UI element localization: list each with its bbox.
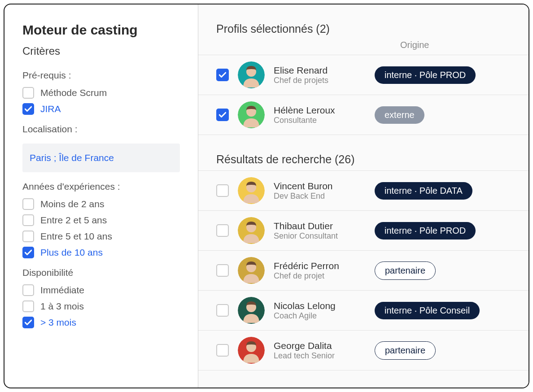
person-name: Thibaut Dutier: [274, 221, 366, 231]
location-label: Localisation :: [22, 124, 180, 135]
filter-option[interactable]: Entre 5 et 10 ans: [22, 231, 180, 242]
origin-column-header: Origine: [216, 40, 511, 55]
avatar: [238, 61, 265, 88]
filter-option-label: > 3 mois: [40, 317, 76, 328]
selected-header: Profils sélectionnés (2) Origine: [198, 22, 529, 55]
select-checkbox[interactable]: [216, 69, 229, 81]
origin-badge: partenaire: [375, 341, 436, 360]
person-name: Elise Renard: [274, 65, 366, 76]
filter-option-label: Entre 5 et 10 ans: [40, 231, 112, 242]
filter-option[interactable]: Méthode Scrum: [22, 87, 180, 99]
person-info: Nicolas LelongCoach Agile: [274, 301, 366, 321]
person-name: George Dalita: [274, 340, 366, 351]
select-checkbox[interactable]: [216, 264, 229, 277]
page-title: Moteur de casting: [22, 22, 180, 38]
filter-option-label: Plus de 10 ans: [40, 247, 103, 258]
checkbox[interactable]: [22, 198, 34, 210]
results-section: Résultats de recherche (26) Vincent Buro…: [198, 153, 529, 370]
filter-option[interactable]: Plus de 10 ans: [22, 247, 180, 258]
filter-option[interactable]: Entre 2 et 5 ans: [22, 214, 180, 226]
selected-title: Profils sélectionnés (2): [216, 22, 511, 35]
origin-badge: partenaire: [375, 261, 436, 280]
results-title: Résultats de recherche (26): [216, 153, 511, 166]
person-name: Frédéric Perron: [274, 261, 366, 271]
avatar: [238, 297, 265, 324]
person-info: Hélène LerouxConsultante: [274, 105, 366, 125]
profile-row[interactable]: Vincent BuronDev Back Endinterne · Pôle …: [198, 171, 529, 211]
availability-label: Disponibilité: [22, 267, 180, 278]
profile-row[interactable]: Elise RenardChef de projetsinterne · Pôl…: [198, 55, 529, 95]
origin-badge: externe: [375, 106, 424, 124]
profile-row[interactable]: Thibaut DutierSenior Consultantinterne ·…: [198, 211, 529, 251]
app-container: Moteur de casting Critères Pré-requis : …: [4, 4, 529, 388]
person-role: Chef de projet: [274, 271, 366, 281]
person-role: Chef de projets: [274, 76, 366, 85]
person-info: George DalitaLead tech Senior: [274, 340, 366, 361]
filter-option-label: Immédiate: [40, 285, 84, 296]
person-info: Frédéric PerronChef de projet: [274, 261, 366, 281]
select-checkbox[interactable]: [216, 224, 229, 237]
avatar: [238, 217, 265, 244]
origin-badge: interne · Pôle PROD: [375, 222, 476, 240]
experience-label: Années d'expériences :: [22, 181, 180, 192]
profile-row[interactable]: Nicolas LelongCoach Agileinterne · Pôle …: [198, 291, 529, 331]
prereq-label: Pré-requis :: [22, 70, 180, 81]
criteria-subtitle: Critères: [22, 45, 180, 57]
sidebar-filters: Moteur de casting Critères Pré-requis : …: [4, 4, 198, 388]
main-panel: Profils sélectionnés (2) Origine Elise R…: [198, 4, 529, 388]
checkbox[interactable]: [22, 103, 34, 115]
select-checkbox[interactable]: [216, 304, 229, 317]
filter-option[interactable]: Immédiate: [22, 284, 180, 296]
filter-option-label: Entre 2 et 5 ans: [40, 215, 107, 226]
person-role: Senior Consultant: [274, 231, 366, 241]
availability-list: Immédiate1 à 3 mois> 3 mois: [22, 284, 180, 328]
person-name: Nicolas Lelong: [274, 301, 366, 311]
person-role: Consultante: [274, 116, 366, 125]
filter-option[interactable]: 1 à 3 mois: [22, 301, 180, 312]
filter-option-label: Méthode Scrum: [40, 87, 107, 98]
origin-badge: interne · Pôle DATA: [375, 182, 472, 200]
checkbox[interactable]: [22, 317, 34, 328]
location-input[interactable]: [22, 144, 180, 172]
origin-badge: interne · Pôle Conseil: [375, 302, 480, 319]
filter-option[interactable]: JIRA: [22, 103, 180, 115]
select-checkbox[interactable]: [216, 109, 229, 121]
checkbox[interactable]: [22, 284, 34, 296]
selected-list: Elise RenardChef de projetsinterne · Pôl…: [198, 55, 529, 135]
avatar: [238, 337, 265, 364]
select-checkbox[interactable]: [216, 184, 229, 197]
filter-option-label: 1 à 3 mois: [40, 301, 84, 312]
checkbox[interactable]: [22, 87, 34, 99]
person-info: Elise RenardChef de projets: [274, 65, 366, 85]
person-name: Hélène Leroux: [274, 105, 366, 116]
avatar: [238, 257, 265, 284]
avatar: [238, 177, 265, 204]
profile-row[interactable]: Hélène LerouxConsultanteexterne: [198, 95, 529, 135]
filter-option[interactable]: Moins de 2 ans: [22, 198, 180, 210]
experience-list: Moins de 2 ansEntre 2 et 5 ansEntre 5 et…: [22, 198, 180, 258]
origin-badge: interne · Pôle PROD: [375, 66, 476, 84]
person-role: Coach Agile: [274, 311, 366, 321]
checkbox[interactable]: [22, 231, 34, 242]
person-info: Vincent BuronDev Back End: [274, 181, 366, 201]
prereq-list: Méthode ScrumJIRA: [22, 87, 180, 115]
person-info: Thibaut DutierSenior Consultant: [274, 221, 366, 241]
profile-row[interactable]: Frédéric PerronChef de projetpartenaire: [198, 251, 529, 291]
results-list: Vincent BuronDev Back Endinterne · Pôle …: [198, 170, 529, 370]
checkbox[interactable]: [22, 301, 34, 312]
person-role: Lead tech Senior: [274, 351, 366, 361]
filter-option-label: Moins de 2 ans: [40, 199, 104, 209]
avatar: [238, 101, 265, 128]
profile-row[interactable]: George DalitaLead tech Seniorpartenaire: [198, 331, 529, 370]
select-checkbox[interactable]: [216, 344, 229, 357]
person-role: Dev Back End: [274, 192, 366, 201]
filter-option-label: JIRA: [40, 104, 61, 114]
checkbox[interactable]: [22, 247, 34, 258]
filter-option[interactable]: > 3 mois: [22, 317, 180, 328]
person-name: Vincent Buron: [274, 181, 366, 192]
checkbox[interactable]: [22, 214, 34, 226]
